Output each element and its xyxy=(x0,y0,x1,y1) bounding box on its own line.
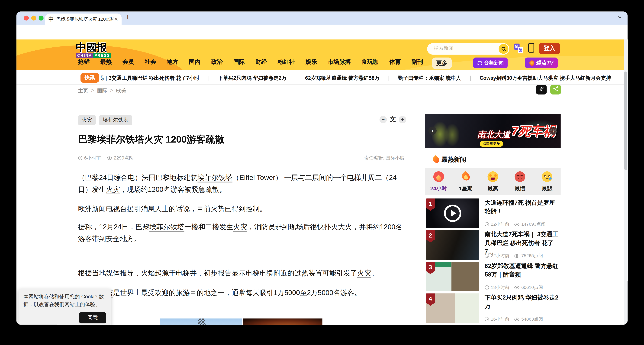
ticker-item[interactable]: 甄子曰专栏：杀猫案 镜中人 xyxy=(398,75,461,81)
article-link[interactable]: 火灾 xyxy=(233,223,247,231)
scrollbar-thumb[interactable] xyxy=(624,72,627,170)
article-paragraph: 根据当地媒体报导，火焰起源于电梯井，初步报告显示电梯电缆附近的过热装置可能引发了… xyxy=(78,267,405,279)
font-size-glyph: 文 xyxy=(390,115,396,123)
news-item-title[interactable]: 62岁郑敬基遭通缉 警方悬红58万｜附音频 xyxy=(484,262,560,279)
nav-item[interactable]: 会员 xyxy=(122,58,134,66)
tab-search-chevron-icon[interactable] xyxy=(617,15,622,22)
zoom-window-button[interactable] xyxy=(39,16,44,21)
sad-emoji-icon xyxy=(542,171,552,182)
tv-button[interactable]: 爆点TV xyxy=(525,58,558,68)
font-increase-button[interactable]: + xyxy=(399,116,406,123)
banner-cta-badge[interactable]: 点击看更多 xyxy=(480,141,503,147)
news-item-views: 54863点阅 xyxy=(514,316,543,322)
hot-tab-最悲[interactable]: 最悲 xyxy=(534,168,561,195)
news-item-title[interactable]: 下单买2只肉鸡 华妇被卷走2万 xyxy=(484,293,560,311)
article-title: 巴黎埃菲尔铁塔火灾 1200游客疏散 xyxy=(78,133,224,146)
carousel-prev-icon[interactable]: ‹ xyxy=(428,127,436,135)
article-tag[interactable]: 火灾 xyxy=(78,115,96,125)
ticker-item[interactable]: 下单买2只肉鸡 华妇被卷走2万 xyxy=(218,75,287,81)
article-text: 根据当地媒体报导，火焰起源于电梯井，初步报告显示电梯电缆附近的过热装置可能引发了 xyxy=(78,269,357,277)
breadcrumb-item[interactable]: 欧美 xyxy=(116,88,126,95)
search-icon[interactable] xyxy=(498,44,508,54)
breadcrumb-separator: > xyxy=(110,88,113,95)
browser-toolbar: https://www.chinapress.com.my/20241225/巴… xyxy=(16,25,628,40)
nav-item[interactable]: 副刊 xyxy=(412,58,423,66)
site-logo[interactable]: 中國报 xyxy=(76,41,107,54)
article-text: 是世界上最受欢迎的旅游目的地之一，通常每天吸引1万5000至2万5000名游客。 xyxy=(113,289,361,297)
hot-news-item[interactable]: 2南北大道7死车祸｜ 3交通工具稀巴烂 移出死伤者 花了7… 22小时前 752… xyxy=(426,230,561,260)
flash-news-badge: 快讯 xyxy=(80,73,99,83)
nav-item[interactable]: 抢鲜 xyxy=(78,58,90,66)
flame-emoji-icon xyxy=(460,171,471,182)
rank-badge: 2 xyxy=(426,230,435,242)
breadcrumb: 主页>国际>欧美 xyxy=(78,88,126,95)
breadcrumb-item[interactable]: 国际 xyxy=(97,88,107,95)
hot-tab-最愤[interactable]: 最愤 xyxy=(506,168,534,195)
cookie-accept-button[interactable]: 同意 xyxy=(79,312,106,323)
nav-item[interactable]: 财经 xyxy=(256,58,267,66)
hot-tab-1星期[interactable]: 1星期 xyxy=(452,168,479,195)
ticker-item[interactable]: 南北大道7死车祸｜3交通工具稀巴烂 移出死伤者 花了7小时 xyxy=(101,75,200,81)
hot-news-tabs: 24小时1星期最爽最愤最悲 xyxy=(425,168,561,195)
share-button[interactable] xyxy=(550,85,561,95)
article-link[interactable]: 火灾 xyxy=(106,186,120,193)
mobile-app-icon[interactable] xyxy=(528,43,534,53)
play-icon[interactable] xyxy=(444,205,461,222)
nav-item[interactable]: 体育 xyxy=(389,58,401,66)
news-item-title[interactable]: 大道连环撞7死 祸首是罗厘轮胎！ xyxy=(484,198,560,216)
news-item-body: 大道连环撞7死 祸首是罗厘轮胎！ 22小时前 147693点阅 xyxy=(484,198,560,228)
search-box[interactable] xyxy=(427,43,509,55)
close-tab-icon[interactable]: ✕ xyxy=(114,16,118,22)
news-item-meta: 22小时前 147693点阅 xyxy=(484,221,546,227)
ticker-item[interactable]: 62岁郑敬基遭通缉 警方悬红58万 xyxy=(305,75,380,81)
login-button[interactable]: 登入 xyxy=(539,43,560,54)
hot-news-item[interactable]: 1大道连环撞7死 祸首是罗厘轮胎！ 22小时前 147693点阅 xyxy=(426,198,561,228)
nav-item[interactable]: 娱乐 xyxy=(306,58,317,66)
hot-tab-24小时[interactable]: 24小时 xyxy=(425,168,452,195)
promo-banner[interactable]: 南北大道 7死车祸 点击看更多 xyxy=(425,114,561,148)
heartfire-emoji-icon xyxy=(433,171,444,182)
article-text: 一楼和二楼发生 xyxy=(184,223,233,231)
nav-more-button[interactable]: 更多 xyxy=(432,58,452,69)
carousel-next-icon[interactable]: › xyxy=(549,127,557,135)
nav-item[interactable]: 国际 xyxy=(233,58,245,66)
nav-item[interactable]: 国内 xyxy=(189,58,200,66)
link-icon xyxy=(538,86,544,93)
nav-item[interactable]: 地方 xyxy=(167,58,178,66)
article-link[interactable]: 埃菲尔铁塔 xyxy=(150,223,184,231)
minimize-window-button[interactable] xyxy=(31,16,36,21)
news-item-meta: 16小时前 54863点阅 xyxy=(484,316,543,322)
language-toggle[interactable]: 简 繁 xyxy=(514,44,525,54)
font-decrease-button[interactable]: − xyxy=(380,116,387,123)
article-meta: 6小时前 2299点阅 责任编辑: 国际小编 xyxy=(78,155,404,161)
new-tab-button[interactable]: + xyxy=(126,13,130,22)
news-item-body: 62岁郑敬基遭通缉 警方悬红58万｜附音频 18小时前 60610点阅 xyxy=(484,262,560,291)
breadcrumb-item[interactable]: 主页 xyxy=(78,88,88,95)
hot-tab-label: 最悲 xyxy=(534,185,561,192)
news-ticker[interactable]: 南北大道7死车祸｜3交通工具稀巴烂 移出死伤者 花了7小时下单买2只肉鸡 华妇被… xyxy=(101,73,625,83)
close-window-button[interactable] xyxy=(24,16,29,21)
browser-tab[interactable]: 中 巴黎埃菲尔铁塔火灾 1200游客疏散 ✕ xyxy=(45,14,122,25)
cookie-banner: 本网站将存储和使用您的 Cookie 数据，以改善在我们网站上的体验。 同意 xyxy=(18,289,111,324)
nav-item[interactable]: 最热 xyxy=(100,58,112,66)
nav-item[interactable]: 社会 xyxy=(144,58,156,66)
nav-item[interactable]: 粉红社 xyxy=(278,58,295,66)
hot-news-item[interactable]: 362岁郑敬基遭通缉 警方悬红58万｜附音频 18小时前 60610点阅 xyxy=(426,262,561,291)
hot-tab-最爽[interactable]: 最爽 xyxy=(479,168,506,195)
news-item-title[interactable]: 南北大道7死车祸｜ 3交通工具稀巴烂 移出死伤者 花了7… xyxy=(484,230,560,256)
desktop: 中 巴黎埃菲尔铁塔火灾 1200游客疏散 ✕ + https://www.chi… xyxy=(0,0,644,345)
hot-news-item[interactable]: 4下单买2只肉鸡 华妇被卷走2万 16小时前 54863点阅 xyxy=(426,293,561,323)
ticker-item[interactable]: Coway捐赠30万令吉援助大马洪灾 携手大马红新月会支持 xyxy=(480,75,611,81)
copy-link-button[interactable] xyxy=(536,85,546,95)
search-input[interactable] xyxy=(433,45,492,51)
nav-item[interactable]: 市场脉搏 xyxy=(328,58,351,66)
hot-tab-label: 24小时 xyxy=(425,185,452,192)
nav-item[interactable]: 食玩咖 xyxy=(362,58,379,66)
article-link[interactable]: 埃菲尔铁塔 xyxy=(198,174,232,182)
article-tag[interactable]: 埃菲尔铁塔 xyxy=(99,115,132,125)
article-link[interactable]: 火灾 xyxy=(357,269,371,277)
nav-item[interactable]: 政治 xyxy=(211,58,223,66)
audio-news-button[interactable]: 音频新闻 xyxy=(473,58,508,68)
article-text: 据称，12月24日，巴黎 xyxy=(78,223,150,231)
tab-strip: 中 巴黎埃菲尔铁塔火灾 1200游客疏散 ✕ + xyxy=(16,12,628,25)
